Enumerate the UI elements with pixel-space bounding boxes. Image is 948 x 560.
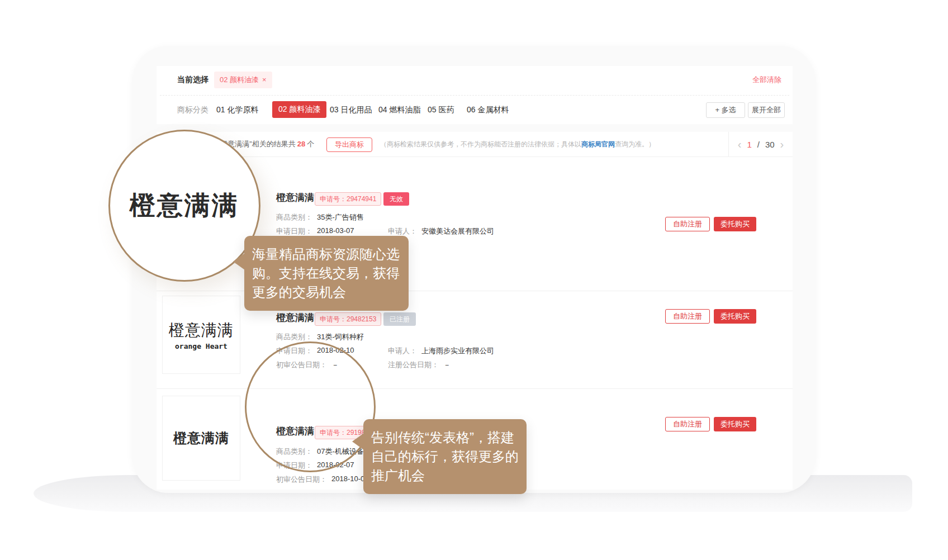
current-selection-row: 当前选择 02 颜料油漆× 全部清除 xyxy=(160,66,789,96)
field-value: 安徽美达会展有限公司 xyxy=(421,226,494,236)
entrust-buy-button[interactable]: 委托购买 xyxy=(714,217,756,231)
status-badge: 已注册 xyxy=(383,312,416,326)
tooltip-promotion: 告别传统“发表格”，搭建 自己的标行，获得更多的 推广机会 xyxy=(363,419,527,494)
field-line: 商品类别：31类-饲料种籽 xyxy=(276,332,388,342)
disclaimer: （商标检索结果仅供参考，不作为商标能否注册的法律依据；具体以商标局官网查询为准。… xyxy=(380,132,655,156)
filter-panel: 当前选择 02 颜料油漆× 全部清除 商标分类 01 化学原料 02 颜料油漆 … xyxy=(157,66,793,124)
trademark-image-text: 橙意满满 xyxy=(173,429,229,447)
field-label: 申请日期： xyxy=(276,226,312,236)
tooltip-line: 自己的标行，获得更多的 xyxy=(371,447,519,466)
trademark-name: 橙意满满 xyxy=(276,191,314,204)
trademark-image-text: 橙意满满 xyxy=(169,320,234,341)
application-number-label: 申请号： xyxy=(320,195,347,203)
tooltip-line: 海量精品商标资源随心选 xyxy=(252,245,401,264)
tooltip-arrow xyxy=(352,433,364,450)
category-row: 商标分类 01 化学原料 02 颜料油漆 03 日化用品 04 燃料油脂 05 … xyxy=(157,96,793,125)
field-value: 2018-03-07 xyxy=(317,226,354,236)
category-item-04[interactable]: 04 燃料油脂 xyxy=(378,105,420,115)
self-register-button[interactable]: 自助注册 xyxy=(665,417,710,431)
expand-all-button[interactable]: 展开全部 xyxy=(748,102,785,118)
field-label: 注册公告日期： xyxy=(388,360,439,370)
tooltip-line: 更多的交易机会 xyxy=(252,283,401,302)
field-label: 商品类别： xyxy=(276,212,312,222)
tooltip-line: 推广机会 xyxy=(371,466,519,485)
application-number-tag: 申请号：29474941 xyxy=(315,192,381,206)
self-register-button[interactable]: 自助注册 xyxy=(665,309,710,324)
results-header: 当前分类下检索到“橙意满满”相关的结果共28个 导出商标 （商标检索结果仅供参考… xyxy=(157,132,793,157)
self-register-button[interactable]: 自助注册 xyxy=(665,217,710,231)
trademark-office-link[interactable]: 商标局官网 xyxy=(581,140,615,148)
chevron-left-icon[interactable]: ‹ xyxy=(738,139,742,150)
field-value: 31类-饲料种籽 xyxy=(317,332,364,342)
field-line: 申请日期：2018-03-07 申请人：安徽美达会展有限公司 xyxy=(276,226,494,236)
current-selection-label: 当前选择 xyxy=(177,75,208,85)
category-label: 商标分类 xyxy=(177,105,208,115)
magnified-trademark-text: 橙意满满 xyxy=(130,188,239,223)
disclaimer-prefix: （商标检索结果仅供参考，不作为商标能否注册的法律依据；具体以 xyxy=(380,140,581,148)
chevron-right-icon[interactable]: › xyxy=(780,139,784,150)
category-item-02-selected[interactable]: 02 颜料油漆 xyxy=(272,101,326,118)
field-label: 申请人： xyxy=(388,226,417,236)
tooltip-line: 告别传统“发表格”，搭建 xyxy=(371,428,519,447)
export-trademark-button[interactable]: 导出商标 xyxy=(326,137,372,152)
field-value: － xyxy=(443,360,451,370)
field-line: 商品类别：35类-广告销售 xyxy=(276,212,388,222)
trademark-image: 橙意满满 xyxy=(162,396,240,481)
tooltip-line: 购。支持在线交易，获得 xyxy=(252,264,401,283)
magnifier-circle xyxy=(245,341,376,472)
field-value: 35类-广告销售 xyxy=(317,212,364,222)
field-value: 上海雨步实业有限公司 xyxy=(421,346,494,356)
category-item-06[interactable]: 06 金属材料 xyxy=(467,105,509,115)
field-label: 初审公告日期： xyxy=(276,474,327,485)
entrust-buy-button[interactable]: 委托购买 xyxy=(714,309,756,324)
result-count: 28 xyxy=(296,140,307,148)
tooltip-marketplace: 海量精品商标资源随心选 购。支持在线交易，获得 更多的交易机会 xyxy=(244,236,409,311)
result-summary-suffix: 个 xyxy=(307,140,314,148)
trademark-image: 橙意满满 orange Heart xyxy=(162,296,240,374)
disclaimer-suffix: 查询为准。） xyxy=(615,140,655,148)
status-badge: 无效 xyxy=(383,192,409,206)
field-label: 申请人： xyxy=(388,346,417,356)
pagination: ‹ 1 / 30 › xyxy=(729,132,793,156)
selected-filter-tag[interactable]: 02 颜料油漆× xyxy=(214,72,272,88)
category-item-05[interactable]: 05 医药 xyxy=(428,105,454,115)
tooltip-arrow xyxy=(233,253,245,270)
field-label: 商品类别： xyxy=(276,332,312,342)
entrust-buy-button[interactable]: 委托购买 xyxy=(714,417,756,431)
pagination-separator: / xyxy=(757,140,760,149)
category-item-03[interactable]: 03 日化用品 xyxy=(330,105,372,115)
application-number: 29482153 xyxy=(347,315,376,323)
close-icon[interactable]: × xyxy=(262,75,267,84)
category-item-01[interactable]: 01 化学原料 xyxy=(216,105,258,115)
application-number: 29474941 xyxy=(347,195,376,203)
trademark-name: 橙意满满 xyxy=(276,311,314,324)
clear-all-button[interactable]: 全部清除 xyxy=(752,75,781,85)
pagination-total: 30 xyxy=(765,140,775,149)
application-number-label: 申请号： xyxy=(320,315,347,323)
selected-filter-tag-label: 02 颜料油漆 xyxy=(220,75,259,84)
application-number-tag: 申请号：29482153 xyxy=(315,312,381,326)
multi-select-button[interactable]: + 多选 xyxy=(706,102,745,118)
pagination-current: 1 xyxy=(747,140,751,149)
trademark-image-subtext: orange Heart xyxy=(175,342,227,350)
page: 当前选择 02 颜料油漆× 全部清除 商标分类 01 化学原料 02 颜料油漆 … xyxy=(0,0,948,560)
